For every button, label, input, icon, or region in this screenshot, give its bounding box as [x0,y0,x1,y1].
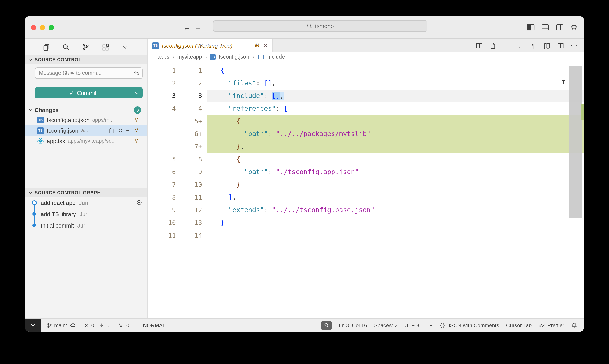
map-icon[interactable] [543,41,551,50]
line-number-new[interactable]: 13 [182,217,207,229]
search-view-icon[interactable] [60,39,72,55]
code-line[interactable]: 912 "extends": "../../tsconfig.base.json… [148,204,584,217]
problems-indicator[interactable]: ⊘ 0 ⚠ 0 [84,322,109,328]
encoding-indicator[interactable]: UTF-8 [404,322,419,328]
line-number-new[interactable]: 4 [182,102,207,115]
zoom-indicator[interactable] [321,321,332,330]
source-control-section-header[interactable]: SOURCE CONTROL [25,55,147,64]
cursor-position[interactable]: Ln 3, Col 16 [339,322,367,328]
line-number-new[interactable]: 11 [182,191,207,204]
line-number-old[interactable]: 2 [148,77,182,90]
more-actions-icon[interactable]: ⋯ [570,41,578,50]
code-line[interactable]: 1114 [148,229,584,242]
eol-indicator[interactable]: LF [426,322,432,328]
changed-file-row-selected[interactable]: TS tsconfig.json a... ↺ + M [25,125,147,136]
code-line[interactable]: 69 "path": "./tsconfig.app.json" [148,166,584,179]
line-number-old[interactable]: 4 [148,102,182,115]
code-line[interactable]: 11{ [148,64,584,77]
source-control-view-icon[interactable] [80,39,91,56]
line-number-new[interactable]: 12 [182,204,207,217]
commit-row[interactable]: add react app Juri [25,197,147,208]
line-number-new[interactable]: 10 [182,179,207,191]
bell-icon[interactable] [571,323,577,328]
target-icon[interactable] [136,199,142,206]
breadcrumb-item-tsconfig[interactable]: tsconfig.json [219,54,249,60]
breadcrumb-item-apps[interactable]: apps [157,54,169,60]
sparkle-icon[interactable] [134,70,140,76]
compare-changes-icon[interactable] [475,41,483,50]
indentation-indicator[interactable]: Spaces: 2 [374,322,398,328]
line-number-old[interactable] [148,128,182,141]
code-line[interactable]: 710 } [148,179,584,191]
scrollbar[interactable] [569,62,584,318]
code-line[interactable]: 44 "references": [ [148,102,584,115]
line-number-old[interactable] [148,141,182,153]
commit-row[interactable]: Initial commit Juri [25,220,147,231]
language-mode[interactable]: {} JSON with Comments [440,322,499,328]
previous-change-icon[interactable]: ↑ [502,41,510,50]
scrollbar-thumb[interactable] [569,66,582,218]
minimize-window-button[interactable] [40,25,45,30]
code-line[interactable]: 5+ { [148,115,584,128]
commit-row[interactable]: add TS library Juri [25,208,147,220]
line-number-old[interactable]: 7 [148,179,182,191]
open-file-icon[interactable] [109,127,115,133]
close-tab-icon[interactable]: ✕ [264,43,268,48]
line-number-new[interactable]: 9 [182,166,207,179]
navigate-back-icon[interactable]: ← [183,23,190,31]
line-number-new[interactable]: 6+ [182,128,207,141]
formatter-indicator[interactable]: ✓✓ Prettier [539,322,564,328]
changed-file-row[interactable]: app.tsx apps/myviteapp/sr... M [25,136,147,146]
breadcrumb-item-include[interactable]: include [268,54,285,60]
line-number-old[interactable]: 1 [148,64,182,77]
explorer-icon[interactable] [41,39,52,55]
line-number-old[interactable]: 9 [148,204,182,217]
stage-changes-icon[interactable]: + [126,127,130,134]
ports-indicator[interactable]: 0 [118,322,129,328]
close-window-button[interactable] [31,25,36,30]
source-control-graph-header[interactable]: SOURCE CONTROL GRAPH [25,188,147,197]
vim-mode-indicator[interactable]: -- NORMAL -- [138,322,170,328]
changed-file-row[interactable]: TS tsconfig.app.json apps/m... M [25,115,147,125]
line-number-old[interactable] [148,115,182,128]
code-line[interactable]: 811 ], [148,191,584,204]
line-number-old[interactable]: 5 [148,153,182,166]
line-number-old[interactable]: 10 [148,217,182,229]
commit-message-input[interactable] [35,67,143,79]
open-file-icon[interactable] [489,41,497,50]
commit-button[interactable]: ✓ Commit [35,87,143,98]
settings-gear-icon[interactable]: ⚙ [570,23,578,32]
additional-views-chevron-icon[interactable] [119,39,131,55]
line-number-new[interactable]: 1 [182,64,207,77]
branch-indicator[interactable]: main* [47,322,76,328]
line-number-new[interactable]: 7+ [182,141,207,153]
code-line[interactable]: 58 { [148,153,584,166]
extensions-view-icon[interactable] [100,39,111,55]
line-number-new[interactable]: 8 [182,153,207,166]
remote-indicator[interactable]: >< [25,319,41,332]
toggle-primary-sidebar-icon[interactable] [526,23,535,32]
line-number-new[interactable]: 14 [182,229,207,242]
line-number-new[interactable]: 3 [182,90,207,102]
breadcrumb-item-myviteapp[interactable]: myviteapp [177,54,202,60]
commit-dropdown-button[interactable] [131,87,143,98]
next-change-icon[interactable]: ↓ [516,41,524,50]
code-line[interactable]: 7+ }, [148,141,584,153]
code-line[interactable]: 1013} [148,217,584,229]
changes-section-header[interactable]: Changes 3 [25,105,147,115]
line-number-old[interactable]: 3 [148,90,182,102]
code-line[interactable]: 33 "include": [], [148,90,584,102]
code-line[interactable]: 22 "files": [], [148,77,584,90]
navigate-forward-icon[interactable]: → [195,23,202,31]
split-editor-icon[interactable] [557,41,564,50]
line-number-old[interactable]: 11 [148,229,182,242]
pilcrow-icon[interactable]: ¶ [529,41,537,50]
zoom-window-button[interactable] [49,25,54,30]
tab-tsconfig-working-tree[interactable]: TS tsconfig.json (Working Tree) M ✕ [148,39,272,52]
line-number-old[interactable]: 6 [148,166,182,179]
line-number-new[interactable]: 2 [182,77,207,90]
discard-changes-icon[interactable]: ↺ [118,127,123,134]
toggle-secondary-sidebar-icon[interactable] [555,23,564,32]
cursor-tab-indicator[interactable]: Cursor Tab [506,322,531,328]
line-number-old[interactable]: 8 [148,191,182,204]
